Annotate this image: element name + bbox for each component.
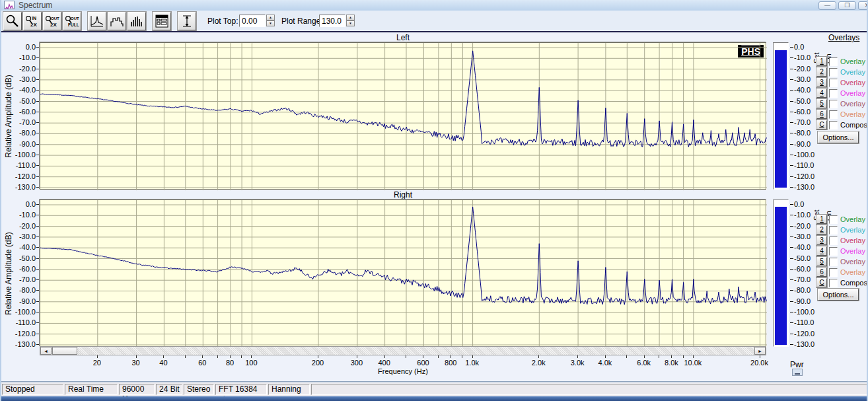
plot-range-label: Plot Range: xyxy=(281,17,323,26)
scrollbar-thumb[interactable] xyxy=(52,347,77,355)
meter-scale-label: -100.0 xyxy=(794,151,814,159)
overlay-set-button-2[interactable]: 2 xyxy=(816,67,827,77)
overlay-set-button-5[interactable]: 5 xyxy=(816,257,827,266)
plot-range-spinner[interactable]: ▲▼ xyxy=(346,15,355,27)
zoom-out-full-button[interactable]: OUTFULL xyxy=(63,12,81,30)
overlay-set-button-6[interactable]: 6 xyxy=(816,110,827,119)
overlay-options-button[interactable]: Options... xyxy=(818,289,859,301)
meter-scale-label: -60.0 xyxy=(794,108,811,116)
overlay-on-checkbox-5[interactable] xyxy=(829,100,838,108)
status-channel-mode: Stereo xyxy=(184,384,214,395)
left-plot-title: Left xyxy=(363,33,443,42)
y-tick-mark xyxy=(36,112,39,112)
meter-scale-label: -30.0 xyxy=(794,75,811,83)
overlay-on-checkbox-6[interactable] xyxy=(829,268,838,277)
y-tick-label: -20.0 xyxy=(5,65,36,73)
y-tick-mark xyxy=(36,47,39,48)
status-fft-size: FFT 16384 pts xyxy=(215,384,267,395)
overlay-set-button-3[interactable]: 3 xyxy=(816,236,827,245)
plot-scale-button[interactable] xyxy=(178,12,196,30)
x-tick-label: 400 xyxy=(370,359,399,367)
zoom-out-2x-button[interactable]: OUT2X xyxy=(43,12,61,30)
y-tick-mark xyxy=(36,79,39,80)
y-tick-label: -70.0 xyxy=(5,275,36,283)
overlay-on-checkbox-5[interactable] xyxy=(829,258,838,266)
minimize-button[interactable]: — xyxy=(818,1,836,10)
overlay-set-button-6[interactable]: 6 xyxy=(816,268,827,277)
overlay-on-checkbox-1[interactable] xyxy=(829,57,838,66)
scroll-left-arrow-icon[interactable]: ◄ xyxy=(40,347,52,355)
svg-text:OUT: OUT xyxy=(51,17,59,20)
overlay-on-checkbox-2[interactable] xyxy=(829,68,838,77)
status-sample-rate: 96000 Hz xyxy=(119,384,155,395)
meter-scale-label: -10.0 xyxy=(794,211,811,219)
overlay-set-button-2[interactable]: 2 xyxy=(816,225,827,235)
y-tick-mark xyxy=(36,176,39,177)
x-tick-label: 60 xyxy=(188,359,217,367)
overlay-on-checkbox-4[interactable] xyxy=(829,89,838,98)
toolbar-divider xyxy=(1,31,868,32)
overlay-on-checkbox-3[interactable] xyxy=(829,237,838,245)
step-spectrum-button[interactable] xyxy=(108,12,126,30)
overlay-on-checkbox-C[interactable] xyxy=(829,279,838,287)
plot-top-spinner[interactable]: ▲▼ xyxy=(266,15,275,27)
frequency-scrollbar[interactable]: ◄ ► xyxy=(40,346,766,355)
overlay-set-button-C[interactable]: C xyxy=(816,278,827,287)
y-tick-label: -60.0 xyxy=(5,265,36,273)
overlay-on-checkbox-C[interactable] xyxy=(829,121,838,129)
overlay-set-button-4[interactable]: 4 xyxy=(816,89,827,98)
meter-tick-mark xyxy=(790,269,793,270)
taskbar-edge xyxy=(1,396,868,401)
y-tick-mark xyxy=(36,144,39,145)
overlay-set-button-3[interactable]: 3 xyxy=(816,78,827,87)
zoom-in-2x-button[interactable]: IN2X xyxy=(23,12,42,30)
zoom-tool-button[interactable] xyxy=(3,12,22,30)
overlay-options-button[interactable]: Options... xyxy=(818,131,859,143)
overlay-set-button-1[interactable]: 1 xyxy=(816,57,827,66)
overlay-label: Overlay 2 xyxy=(840,68,868,76)
y-tick-mark xyxy=(36,57,39,58)
y-tick-label: -80.0 xyxy=(5,286,36,294)
overlay-set-button-C[interactable]: C xyxy=(816,120,827,129)
x-tick-label: 6.0k xyxy=(630,359,659,367)
y-tick-mark xyxy=(36,322,39,323)
overlay-on-checkbox-2[interactable] xyxy=(829,226,838,235)
meter-scale-label: -110.0 xyxy=(794,161,814,169)
meter-tick-mark xyxy=(790,215,793,215)
meter-scale-label: -100.0 xyxy=(794,308,814,316)
plot-top-input[interactable] xyxy=(239,15,266,27)
close-button[interactable]: ✕ xyxy=(858,1,868,10)
overlay-label: Overlay 5 xyxy=(840,258,868,266)
meter-tick-mark xyxy=(790,204,793,205)
y-tick-label: -10.0 xyxy=(5,211,36,219)
left-spectrum-plot[interactable]: PHS xyxy=(40,42,766,190)
meter-tick-mark xyxy=(790,144,793,145)
overlay-set-button-4[interactable]: 4 xyxy=(816,246,827,256)
scroll-right-arrow-icon[interactable]: ► xyxy=(754,347,766,355)
overlay-on-checkbox-6[interactable] xyxy=(829,110,838,119)
bar-spectrum-button[interactable] xyxy=(127,12,146,30)
right-spectrum-plot[interactable] xyxy=(40,200,766,347)
overlay-set-button-5[interactable]: 5 xyxy=(816,99,827,108)
overlay-label: Composite xyxy=(840,121,868,129)
overlay-set-button-1[interactable]: 1 xyxy=(816,215,827,224)
meter-tick-mark xyxy=(790,226,793,227)
plot-range-input[interactable] xyxy=(319,15,345,27)
display-settings-button[interactable] xyxy=(153,12,171,30)
y-tick-label: -130.0 xyxy=(5,183,36,191)
line-spectrum-button[interactable] xyxy=(88,12,106,30)
maximize-button[interactable]: ❐ xyxy=(838,1,856,10)
y-tick-label: -110.0 xyxy=(5,318,36,326)
overlay-on-checkbox-1[interactable] xyxy=(829,215,838,224)
right-spectrum-trace xyxy=(40,200,767,347)
x-tick-label: 2.0k xyxy=(524,359,553,367)
meter-scale-label: -80.0 xyxy=(794,286,811,294)
overlay-on-checkbox-3[interactable] xyxy=(829,79,838,87)
y-tick-label: 0.0 xyxy=(5,43,36,51)
x-tick-label: 300 xyxy=(342,359,371,367)
overlay-on-checkbox-4[interactable] xyxy=(829,247,838,256)
meter-scale-label: -40.0 xyxy=(794,86,811,94)
meter-scale-label: -60.0 xyxy=(794,265,811,273)
minimized-child-window[interactable] xyxy=(792,369,803,376)
y-tick-label: -80.0 xyxy=(5,129,36,137)
